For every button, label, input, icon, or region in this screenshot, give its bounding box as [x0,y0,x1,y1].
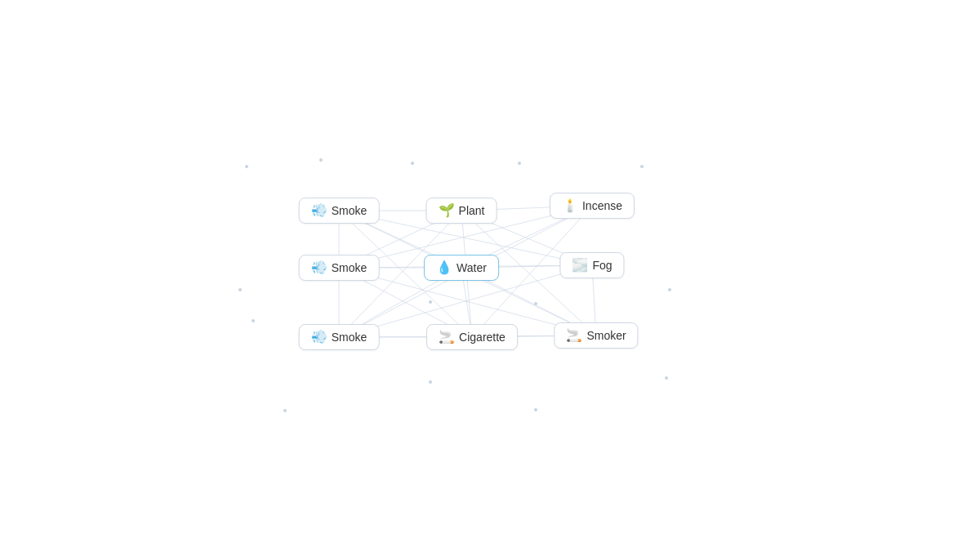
water-icon: 💧 [436,261,452,274]
node-cigarette[interactable]: 🚬Cigarette [426,324,518,350]
smoke3-icon: 💨 [311,331,327,344]
decorative-dot [411,162,414,165]
node-smoke3[interactable]: 💨Smoke [299,324,380,350]
decorative-dot [319,158,323,162]
decorative-dot [534,408,537,411]
smoker-label: Smoker [586,329,626,342]
decorative-dot [518,162,521,165]
incense-label: Incense [582,199,622,212]
node-smoke2[interactable]: 💨Smoke [299,255,380,281]
decorative-dot [668,288,671,291]
plant-icon: 🌱 [439,204,455,217]
smoker-icon: 🚬 [566,329,582,342]
node-plant[interactable]: 🌱Plant [426,198,497,224]
incense-icon: 🕯️ [562,199,578,212]
decorative-dot [252,319,255,322]
cigarette-icon: 🚬 [439,331,455,344]
decorative-dot [429,300,432,304]
diagram-canvas: 💨Smoke🌱Plant🕯️Incense💨Smoke💧Water🌫️Fog💨S… [0,0,980,551]
decorative-dot [665,376,668,380]
fog-icon: 🌫️ [572,259,588,272]
smoke1-icon: 💨 [311,204,327,217]
node-fog[interactable]: 🌫️Fog [559,252,624,278]
cigarette-label: Cigarette [459,331,506,344]
decorative-dot [245,165,248,168]
plant-label: Plant [459,204,485,217]
node-incense[interactable]: 🕯️Incense [550,193,635,219]
water-label: Water [457,261,487,274]
node-smoker[interactable]: 🚬Smoker [554,322,638,349]
node-water[interactable]: 💧Water [424,255,499,281]
smoke2-icon: 💨 [311,261,327,274]
decorative-dot [283,409,287,412]
decorative-dot [534,302,537,305]
decorative-dot [429,380,432,384]
node-smoke1[interactable]: 💨Smoke [299,198,380,224]
smoke2-label: Smoke [332,261,368,274]
smoke3-label: Smoke [332,331,368,344]
decorative-dot [238,288,242,291]
fog-label: Fog [592,259,612,272]
smoke1-label: Smoke [332,204,368,217]
decorative-dot [640,165,644,168]
